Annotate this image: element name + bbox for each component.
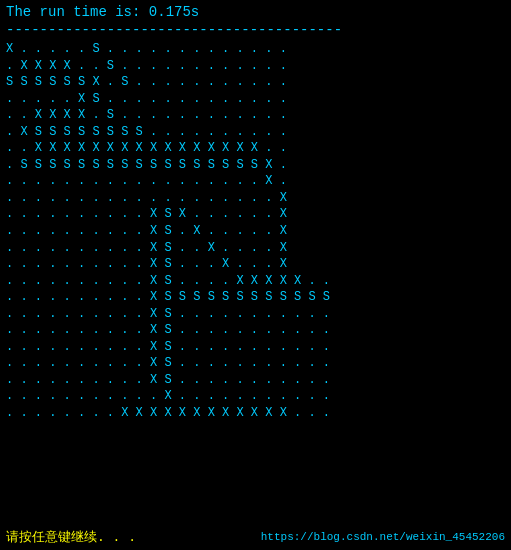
separator-line: ---------------------------------------- xyxy=(6,22,505,38)
terminal-content: X . . . . . S . . . . . . . . . . . . . … xyxy=(6,41,505,526)
terminal-footer: 请按任意键继续. . . https://blog.csdn.net/weixi… xyxy=(6,528,505,546)
terminal-window: The run time is: 0.175s ----------------… xyxy=(0,0,511,550)
blog-url[interactable]: https://blog.csdn.net/weixin_45452206 xyxy=(261,531,505,543)
runtime-header: The run time is: 0.175s xyxy=(6,4,505,20)
continue-prompt: 请按任意键继续. . . xyxy=(6,528,136,546)
